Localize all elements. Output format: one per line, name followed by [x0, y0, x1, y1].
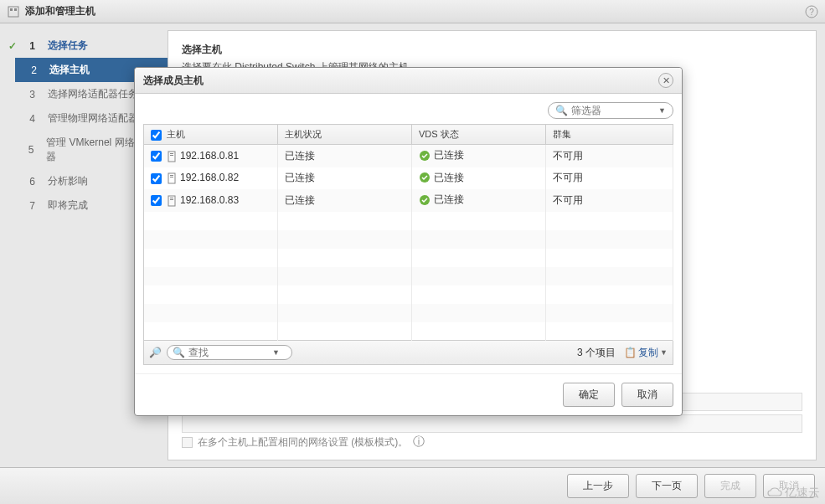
watermark: 亿速云 — [766, 486, 820, 501]
svg-rect-5 — [168, 152, 175, 162]
svg-rect-6 — [170, 153, 173, 154]
cluster: 不可用 — [546, 145, 673, 167]
host-ip: 192.168.0.82 — [180, 172, 239, 183]
search-icon: 🔍 — [173, 347, 185, 358]
svg-rect-2 — [14, 8, 17, 11]
search-icon: 🔍 — [555, 105, 568, 116]
vds-status: 已连接 — [419, 171, 464, 185]
empty-row — [144, 322, 673, 341]
window-title: 添加和管理主机 — [25, 4, 805, 18]
copy-button[interactable]: 📋 复制 ▼ — [624, 346, 668, 360]
hosts-icon — [7, 5, 20, 18]
host-status: 已连接 — [278, 189, 412, 212]
table-row[interactable]: 192.168.0.82已连接 已连接不可用 — [144, 167, 673, 190]
wizard-footer: 上一步 下一页 完成 取消 — [0, 467, 825, 504]
template-checkbox[interactable] — [182, 437, 193, 448]
svg-rect-7 — [170, 155, 173, 156]
content-title: 选择主机 — [182, 43, 802, 57]
col-host-status: 主机状况 — [278, 125, 412, 145]
back-button[interactable]: 上一步 — [567, 474, 629, 498]
modal-title: 选择成员主机 — [143, 74, 658, 88]
modal-cancel-button[interactable]: 取消 — [621, 383, 673, 407]
help-icon[interactable]: ? — [805, 5, 818, 18]
empty-row — [144, 249, 673, 267]
filter-input-wrap[interactable]: 🔍 ▼ — [548, 102, 673, 119]
col-host: 主机 — [167, 129, 185, 139]
cluster: 不可用 — [546, 189, 673, 212]
modal-footer: 确定 取消 — [135, 373, 682, 415]
host-ip: 192.168.0.81 — [180, 150, 239, 162]
modal-header: 选择成员主机 ✕ — [135, 68, 682, 94]
svg-text:?: ? — [809, 8, 814, 17]
empty-row — [144, 267, 673, 285]
table-footer: 🔎 🔍 ▼ 3 个项目 📋 复制 ▼ — [143, 341, 673, 365]
finish-button: 完成 — [704, 474, 756, 498]
template-mode-row: 在多个主机上配置相同的网络设置 (模板模式)。 ⓘ — [182, 435, 425, 450]
svg-rect-10 — [170, 175, 173, 176]
select-hosts-modal: 选择成员主机 ✕ 🔍 ▼ 主机 主机状况 VDS 状态 群集 192.168.0… — [134, 67, 683, 416]
host-status: 已连接 — [278, 145, 412, 167]
empty-row — [144, 285, 673, 304]
find-input[interactable] — [188, 347, 272, 358]
template-label: 在多个主机上配置相同的网络设置 (模板模式)。 — [198, 435, 408, 450]
chevron-down-icon[interactable]: ▼ — [658, 106, 666, 115]
table-row[interactable]: 192.168.0.83已连接 已连接不可用 — [144, 189, 673, 212]
table-row[interactable]: 192.168.0.81已连接 已连接不可用 — [144, 145, 673, 167]
ok-button[interactable]: 确定 — [563, 383, 615, 407]
svg-rect-9 — [168, 173, 175, 183]
item-count: 3 个项目 — [577, 346, 616, 360]
svg-rect-13 — [168, 196, 175, 206]
copy-icon: 📋 — [624, 347, 637, 358]
cluster: 不可用 — [546, 167, 673, 190]
host-ip: 192.168.0.83 — [180, 194, 239, 206]
vds-status: 已连接 — [419, 148, 464, 162]
empty-row — [144, 212, 673, 230]
placeholder-row — [182, 414, 802, 433]
host-status: 已连接 — [278, 167, 412, 190]
empty-row — [144, 230, 673, 249]
empty-row — [144, 304, 673, 322]
row-checkbox[interactable] — [151, 151, 162, 162]
binoculars-icon[interactable]: 🔎 — [149, 347, 162, 358]
svg-rect-11 — [170, 177, 173, 177]
close-icon[interactable]: ✕ — [658, 73, 673, 88]
svg-rect-0 — [8, 7, 18, 17]
vds-status: 已连接 — [419, 193, 464, 207]
svg-rect-14 — [170, 198, 173, 198]
check-icon: ✓ — [8, 40, 20, 52]
chevron-down-icon: ▼ — [660, 348, 668, 357]
row-checkbox[interactable] — [151, 195, 162, 206]
svg-rect-1 — [10, 8, 13, 11]
next-button[interactable]: 下一页 — [636, 474, 698, 498]
filter-input[interactable] — [571, 105, 658, 116]
col-vds-status: VDS 状态 — [412, 125, 546, 145]
hosts-table: 主机 主机状况 VDS 状态 群集 192.168.0.81已连接 已连接不可用… — [143, 124, 673, 341]
select-all-checkbox[interactable] — [151, 130, 162, 141]
titlebar: 添加和管理主机 ? — [0, 0, 825, 23]
col-cluster: 群集 — [546, 125, 673, 145]
step-1[interactable]: ✓ 1 选择任务 — [0, 33, 168, 58]
row-checkbox[interactable] — [151, 173, 162, 184]
svg-rect-15 — [170, 199, 173, 200]
chevron-down-icon[interactable]: ▼ — [272, 348, 280, 357]
find-input-wrap[interactable]: 🔍 ▼ — [167, 345, 292, 360]
info-icon[interactable]: ⓘ — [413, 435, 425, 450]
